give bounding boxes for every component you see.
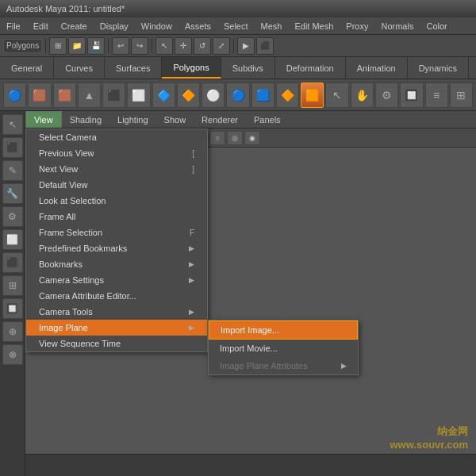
left-btn-select[interactable]: ↖ bbox=[2, 114, 23, 135]
menu-edit[interactable]: Edit bbox=[27, 20, 55, 33]
shelf-btn-16[interactable]: 🔲 bbox=[400, 83, 423, 108]
menu-proxy[interactable]: Proxy bbox=[340, 20, 374, 33]
left-btn-2[interactable]: ⬛ bbox=[2, 137, 23, 158]
dd-select-camera[interactable]: Select Camera bbox=[26, 129, 207, 145]
menu-mesh[interactable]: Mesh bbox=[255, 20, 289, 33]
shelf-btn-2[interactable]: 🟫 bbox=[28, 83, 51, 108]
dd-camera-tools[interactable]: Camera Tools ▶ bbox=[26, 304, 207, 320]
left-btn-9[interactable]: 🔲 bbox=[2, 298, 23, 319]
left-btn-11[interactable]: ⊗ bbox=[2, 344, 23, 365]
dd-previous-view[interactable]: Previous View [ bbox=[26, 145, 207, 161]
tab-curves[interactable]: Curves bbox=[54, 57, 105, 79]
dd-frame-all[interactable]: Frame All bbox=[26, 209, 207, 225]
menu-create[interactable]: Create bbox=[55, 20, 94, 33]
tab-subdivs[interactable]: Subdivs bbox=[221, 57, 275, 79]
tab-deformation[interactable]: Deformation bbox=[275, 57, 346, 79]
shelf-btn-10[interactable]: 🔵 bbox=[226, 83, 249, 108]
vs-btn-11[interactable]: ○ bbox=[209, 131, 225, 145]
tabs-row: General Curves Surfaces Polygons Subdivs… bbox=[0, 57, 476, 79]
dd-frame-selection[interactable]: Frame Selection F bbox=[26, 225, 207, 240]
left-btn-7[interactable]: ⬛ bbox=[2, 252, 23, 273]
view-menu-renderer[interactable]: Renderer bbox=[194, 111, 246, 128]
toolbar-btn-move[interactable]: ✛ bbox=[175, 37, 192, 55]
toolbar-btn-scale[interactable]: ⤢ bbox=[213, 37, 230, 55]
shelf-btn-1[interactable]: 🔵 bbox=[3, 83, 26, 108]
view-dropdown: Select Camera Previous View [ Next View … bbox=[25, 129, 208, 352]
shelf-btn-8[interactable]: 🔶 bbox=[177, 83, 200, 108]
menu-color[interactable]: Color bbox=[420, 20, 453, 33]
shelf-btn-9[interactable]: ⚪ bbox=[202, 83, 225, 108]
vs-btn-13[interactable]: ◉ bbox=[244, 131, 260, 145]
tab-animation[interactable]: Animation bbox=[346, 57, 408, 79]
menu-bar: File Edit Create Display Window Assets S… bbox=[0, 17, 476, 35]
tab-dynamics[interactable]: Dynamics bbox=[408, 57, 469, 79]
menu-assets[interactable]: Assets bbox=[178, 20, 217, 33]
viewport: View Shading Lighting Show Renderer Pane… bbox=[25, 111, 476, 476]
toolbar-btn-3[interactable]: 💾 bbox=[87, 37, 105, 55]
left-btn-4[interactable]: 🔧 bbox=[2, 183, 23, 204]
left-btn-10[interactable]: ⊕ bbox=[2, 321, 23, 342]
shelf-btn-18[interactable]: ⊞ bbox=[450, 83, 473, 108]
status-bar bbox=[25, 454, 476, 476]
tab-surfaces[interactable]: Surfaces bbox=[105, 57, 162, 79]
toolbar-btn-render[interactable]: ▶ bbox=[237, 37, 255, 55]
toolbar: Polygons ⊞ 📁 💾 ↩ ↪ ↖ ✛ ↺ ⤢ ▶ ⬛ bbox=[0, 35, 476, 57]
view-menubar: View Shading Lighting Show Renderer Pane… bbox=[25, 111, 476, 129]
menu-window[interactable]: Window bbox=[135, 20, 178, 33]
tab-general[interactable]: General bbox=[0, 57, 54, 79]
shelf-btn-7[interactable]: 🔷 bbox=[152, 83, 175, 108]
view-menu-show[interactable]: Show bbox=[156, 111, 194, 128]
toolbar-btn-undo[interactable]: ↩ bbox=[112, 37, 129, 55]
shelf-btn-17[interactable]: ≡ bbox=[425, 83, 448, 108]
toolbar-btn-render2[interactable]: ⬛ bbox=[256, 37, 274, 55]
dd-view-sequence-time[interactable]: View Sequence Time bbox=[26, 336, 207, 351]
menu-display[interactable]: Display bbox=[94, 20, 135, 33]
submenu-import-image[interactable]: Import Image... bbox=[209, 321, 358, 340]
shelf-btn-active[interactable]: 🟧 bbox=[301, 83, 324, 108]
dd-image-plane[interactable]: Image Plane ▶ bbox=[26, 320, 207, 336]
left-btn-5[interactable]: ⚙ bbox=[2, 206, 23, 227]
icon-toolbar: 🔵 🟫 🟫 ▲ ⬛ ⬜ 🔷 🔶 ⚪ 🔵 🟦 🔶 🟧 ↖ ✋ ⚙ 🔲 ≡ ⊞ bbox=[0, 79, 476, 111]
left-btn-6[interactable]: ⬜ bbox=[2, 229, 23, 250]
menu-file[interactable]: File bbox=[0, 20, 27, 33]
shelf-btn-3[interactable]: 🟫 bbox=[53, 83, 76, 108]
dd-next-view[interactable]: Next View ] bbox=[26, 161, 207, 177]
shelf-btn-6[interactable]: ⬜ bbox=[127, 83, 150, 108]
dd-camera-attribute-editor[interactable]: Camera Attribute Editor... bbox=[26, 288, 207, 304]
view-menu-shading[interactable]: Shading bbox=[62, 111, 109, 128]
toolbar-btn-redo[interactable]: ↪ bbox=[131, 37, 148, 55]
toolbar-separator-3 bbox=[152, 39, 152, 53]
dd-bookmarks[interactable]: Bookmarks ▶ bbox=[26, 256, 207, 272]
toolbar-separator-4 bbox=[233, 39, 234, 53]
view-menu-panels[interactable]: Panels bbox=[246, 111, 289, 128]
left-toolbar: ↖ ⬛ ✎ 🔧 ⚙ ⬜ ⬛ ⊞ 🔲 ⊕ ⊗ bbox=[0, 111, 25, 476]
vs-btn-12[interactable]: ◎ bbox=[227, 131, 243, 145]
shelf-btn-13[interactable]: ↖ bbox=[325, 83, 348, 108]
tab-polygons[interactable]: Polygons bbox=[162, 57, 221, 79]
title-bar: Autodesk Maya 2011: untitled* bbox=[0, 0, 476, 17]
shelf-btn-4[interactable]: ▲ bbox=[78, 83, 101, 108]
shelf-btn-12[interactable]: 🔶 bbox=[276, 83, 299, 108]
left-btn-3[interactable]: ✎ bbox=[2, 160, 23, 181]
menu-select[interactable]: Select bbox=[217, 20, 255, 33]
submenu-image-plane-attributes[interactable]: Image Plane Attributes ▶ bbox=[209, 357, 358, 374]
shelf-btn-15[interactable]: ⚙ bbox=[375, 83, 398, 108]
toolbar-btn-select[interactable]: ↖ bbox=[155, 37, 173, 55]
dd-default-view[interactable]: Default View bbox=[26, 177, 207, 193]
shelf-btn-14[interactable]: ✋ bbox=[351, 83, 374, 108]
dd-look-at-selection[interactable]: Look at Selection bbox=[26, 193, 207, 209]
menu-edit-mesh[interactable]: Edit Mesh bbox=[288, 20, 340, 33]
dd-predefined-bookmarks[interactable]: Predefined Bookmarks ▶ bbox=[26, 240, 207, 256]
toolbar-btn-rotate[interactable]: ↺ bbox=[194, 37, 211, 55]
submenu-import-movie[interactable]: Import Movie... bbox=[209, 340, 358, 357]
title-text: Autodesk Maya 2011: untitled* bbox=[6, 4, 125, 13]
menu-normals[interactable]: Normals bbox=[374, 20, 420, 33]
shelf-btn-11[interactable]: 🟦 bbox=[251, 83, 274, 108]
toolbar-btn-2[interactable]: 📁 bbox=[68, 37, 86, 55]
shelf-btn-5[interactable]: ⬛ bbox=[102, 83, 125, 108]
dd-camera-settings[interactable]: Camera Settings ▶ bbox=[26, 272, 207, 288]
toolbar-btn-1[interactable]: ⊞ bbox=[49, 37, 67, 55]
left-btn-8[interactable]: ⊞ bbox=[2, 275, 23, 296]
view-menu-view[interactable]: View bbox=[25, 111, 62, 128]
view-menu-lighting[interactable]: Lighting bbox=[109, 111, 156, 128]
